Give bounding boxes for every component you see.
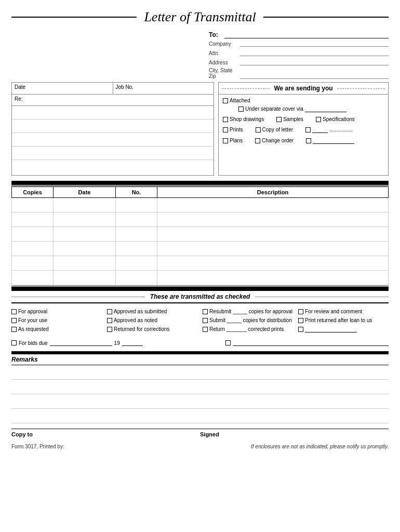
company-label: Company bbox=[209, 41, 240, 47]
signed-label: Signed bbox=[200, 431, 219, 437]
approved-submitted-checkbox[interactable] bbox=[107, 309, 112, 314]
table-cell-date-2[interactable] bbox=[54, 227, 116, 242]
table-cell-copies-4[interactable] bbox=[12, 256, 54, 271]
city-input[interactable] bbox=[240, 72, 389, 79]
approved-noted-checkbox[interactable] bbox=[107, 318, 112, 323]
table-cell-no-2[interactable] bbox=[116, 227, 157, 242]
table-row[interactable] bbox=[12, 198, 389, 212]
blank1-checkbox[interactable] bbox=[305, 127, 311, 132]
company-input[interactable] bbox=[240, 39, 389, 47]
for-your-use-checkbox[interactable] bbox=[11, 318, 17, 323]
left-box-header: Date Job No. bbox=[12, 83, 214, 95]
shop-drawings-checkbox[interactable] bbox=[223, 117, 228, 122]
table-cell-desc-2[interactable] bbox=[157, 227, 389, 242]
address-input[interactable] bbox=[240, 58, 389, 65]
for-your-use-item: For your use bbox=[11, 317, 102, 323]
specs-checkbox[interactable] bbox=[316, 117, 321, 122]
bids-checkbox[interactable] bbox=[11, 340, 17, 345]
table-cell-no-0[interactable] bbox=[116, 198, 157, 212]
separate-cover-input[interactable] bbox=[305, 105, 346, 112]
left-line-1[interactable] bbox=[12, 106, 214, 119]
blank1-input[interactable] bbox=[312, 126, 328, 133]
table-divider-thin bbox=[11, 185, 389, 186]
table-cell-desc-1[interactable] bbox=[157, 212, 389, 227]
footer-notice: If enclosures are not as indicated, plea… bbox=[251, 444, 389, 449]
table-cell-date-3[interactable] bbox=[54, 242, 116, 256]
left-line-5[interactable] bbox=[12, 160, 214, 174]
left-line-2[interactable] bbox=[12, 119, 214, 133]
to-input-line[interactable] bbox=[224, 30, 389, 38]
re-field[interactable]: Re: bbox=[12, 95, 214, 106]
prints-checkbox[interactable] bbox=[223, 127, 228, 132]
extra-checkbox[interactable] bbox=[225, 340, 231, 345]
copy-letter-checkbox[interactable] bbox=[256, 127, 261, 132]
company-row: Company bbox=[209, 39, 389, 47]
remarks-line-1[interactable] bbox=[11, 365, 389, 380]
returned-corrections-checkbox[interactable] bbox=[107, 327, 112, 332]
table-cell-date-1[interactable] bbox=[54, 212, 116, 227]
table-row[interactable] bbox=[12, 242, 389, 256]
remarks-line-2[interactable] bbox=[11, 380, 389, 394]
for-review-checkbox[interactable] bbox=[298, 309, 303, 314]
prints-item: Prints bbox=[223, 127, 243, 132]
blank2-input[interactable] bbox=[313, 137, 354, 144]
table-cell-date-5[interactable] bbox=[54, 271, 116, 285]
table-cell-copies-2[interactable] bbox=[12, 227, 54, 242]
table-cell-no-1[interactable] bbox=[116, 212, 157, 227]
table-row[interactable] bbox=[12, 271, 389, 285]
remarks-line-3[interactable] bbox=[11, 394, 389, 409]
approved-noted-item: Approved as noted bbox=[107, 317, 197, 323]
main-area: Date Job No. Re: We are sending you bbox=[11, 82, 389, 176]
return-prints-checkbox[interactable] bbox=[203, 327, 208, 332]
blank-line-input[interactable] bbox=[305, 326, 357, 332]
change-order-checkbox[interactable] bbox=[255, 138, 260, 143]
bids-year-label: 19 bbox=[114, 340, 120, 346]
table-cell-desc-0[interactable] bbox=[157, 198, 389, 212]
transmitted-title: These are transmitted as checked bbox=[145, 293, 256, 300]
remarks-lines bbox=[11, 365, 389, 423]
attached-checkbox[interactable] bbox=[223, 98, 228, 103]
extra-input[interactable] bbox=[233, 340, 389, 346]
table-cell-copies-3[interactable] bbox=[12, 242, 54, 256]
table-cell-date-4[interactable] bbox=[54, 256, 116, 271]
table-cell-no-5[interactable] bbox=[116, 271, 157, 285]
extra-row bbox=[225, 340, 389, 346]
specs-label: Specifications bbox=[323, 116, 355, 122]
table-cell-date-0[interactable] bbox=[54, 198, 116, 212]
col-header-date: Date bbox=[54, 187, 116, 198]
transmitted-line-right bbox=[255, 297, 389, 297]
table-cell-no-3[interactable] bbox=[116, 242, 157, 256]
as-requested-checkbox[interactable] bbox=[11, 327, 17, 332]
for-approval-checkbox[interactable] bbox=[11, 309, 17, 314]
bids-year-input[interactable] bbox=[122, 340, 143, 346]
title-line-left bbox=[11, 17, 137, 18]
table-cell-desc-5[interactable] bbox=[157, 271, 389, 285]
left-line-3[interactable] bbox=[12, 133, 214, 147]
blank2-checkbox[interactable] bbox=[306, 138, 311, 143]
print-returned-checkbox[interactable] bbox=[298, 318, 303, 323]
table-cell-copies-5[interactable] bbox=[12, 271, 54, 285]
for-review-item: For review and comment bbox=[298, 309, 389, 314]
table-cell-no-4[interactable] bbox=[116, 256, 157, 271]
resubmit-checkbox[interactable] bbox=[203, 309, 208, 314]
submit-checkbox[interactable] bbox=[203, 318, 208, 323]
samples-item: Samples bbox=[276, 116, 303, 122]
bids-date-input[interactable] bbox=[50, 340, 112, 346]
blank2-item bbox=[306, 137, 354, 144]
table-cell-desc-3[interactable] bbox=[157, 242, 389, 256]
separate-checkbox[interactable] bbox=[238, 107, 244, 112]
jobno-field[interactable]: Job No. bbox=[113, 83, 214, 94]
left-line-4[interactable] bbox=[12, 147, 214, 160]
table-row[interactable] bbox=[12, 227, 389, 242]
blank-line-checkbox[interactable] bbox=[298, 327, 303, 332]
remarks-line-4[interactable] bbox=[11, 409, 389, 423]
date-field[interactable]: Date bbox=[12, 83, 113, 94]
table-row[interactable] bbox=[12, 212, 389, 227]
attn-input[interactable] bbox=[240, 49, 389, 56]
table-cell-copies-1[interactable] bbox=[12, 212, 54, 227]
plans-checkbox[interactable] bbox=[223, 138, 228, 143]
samples-checkbox[interactable] bbox=[276, 117, 282, 122]
table-cell-copies-0[interactable] bbox=[12, 198, 54, 212]
table-row[interactable] bbox=[12, 256, 389, 271]
table-cell-desc-4[interactable] bbox=[157, 256, 389, 271]
